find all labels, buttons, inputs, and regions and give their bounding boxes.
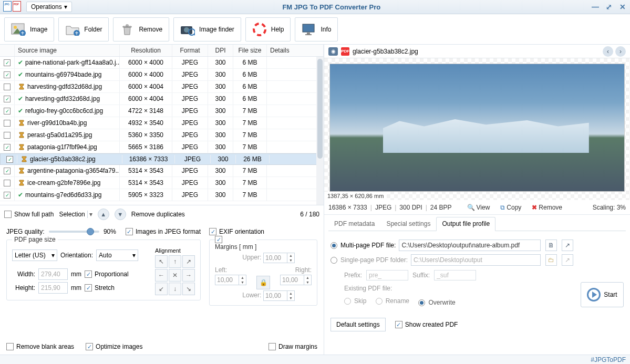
remove-button[interactable]: Remove (113, 17, 169, 41)
default-settings-button[interactable]: Default settings (331, 318, 386, 331)
images-jpeg-checkbox[interactable]: ✓Images in JPEG format (126, 228, 201, 235)
row-checkbox[interactable]: ✓ (4, 59, 11, 66)
align-tl[interactable]: ↖ (155, 255, 168, 268)
open-external-button[interactable]: ↗ (562, 240, 573, 251)
grid-scrollbar[interactable] (316, 57, 324, 205)
table-row[interactable]: river-g99d10ba4b.jpg4932 × 3540JPEG3007 … (0, 117, 324, 129)
minimize-button[interactable]: — (591, 3, 600, 11)
copy-button[interactable]: ⧉Copy (497, 202, 525, 213)
show-full-path-checkbox[interactable]: Show full path (4, 211, 54, 218)
info-button[interactable]: Info (295, 17, 338, 41)
table-row[interactable]: ✓✔paine-national-park-gff14aa8a0.j...600… (0, 57, 324, 69)
table-row[interactable]: ✓✔harvesting-gdfd32d68d.jpg6000 × 4004JP… (0, 93, 324, 105)
row-checkbox[interactable] (4, 132, 11, 139)
margin-upper-input[interactable]: ▲▼ (263, 253, 295, 263)
show-created-pdf-checkbox[interactable]: ✓Show created PDF (395, 321, 458, 328)
pdf-path-icon[interactable]: 🗎 (545, 240, 557, 251)
margin-lower-input[interactable]: ▲▼ (263, 290, 295, 301)
page-size-select[interactable]: Letter (US)▾ (12, 249, 57, 261)
table-row[interactable]: ✓✔mountains-g7ed6d6d33.jpg5905 × 3323JPE… (0, 189, 324, 201)
row-checkbox[interactable]: ✓ (4, 108, 11, 115)
jpeg-quality-slider[interactable] (49, 231, 99, 233)
proportional-checkbox[interactable]: ✓Proportional (85, 271, 129, 278)
help-button[interactable]: Help (245, 17, 291, 41)
filename: ice-cream-g2bfe7896e.jpg (27, 179, 100, 186)
align-t[interactable]: ↑ (169, 255, 181, 268)
tab-pdf-metadata[interactable]: PDF metadata (328, 217, 380, 231)
remove-blank-checkbox[interactable]: Remove blank areas (6, 343, 74, 350)
multi-page-path-input[interactable] (399, 240, 541, 251)
remove-duplicates-button[interactable]: Remove duplicates (131, 211, 185, 218)
margin-left-input[interactable]: ▲▼ (215, 275, 246, 285)
check-icon: ✔ (18, 95, 23, 102)
start-button[interactable]: Start (581, 282, 624, 307)
single-page-path-input[interactable] (411, 254, 541, 266)
rename-radio[interactable]: Rename (376, 297, 409, 305)
table-row[interactable]: harvesting-gdfd32d68d.jpg6000 × 4004JPEG… (0, 81, 324, 93)
preview-remove-button[interactable]: ✖Remove (528, 202, 566, 213)
skip-radio[interactable]: Skip (344, 297, 366, 305)
align-tr[interactable]: ↗ (182, 255, 195, 268)
trash-icon (120, 22, 135, 37)
alignment-grid[interactable]: ↖↑↗ ←✕→ ↙↓↘ (155, 255, 195, 295)
row-checkbox[interactable]: ✓ (4, 144, 11, 151)
overwrite-radio[interactable]: Overwrite (418, 299, 455, 306)
row-checkbox[interactable]: ✓ (4, 192, 11, 199)
row-checkbox[interactable]: ✓ (6, 156, 13, 163)
hourglass-icon (18, 143, 25, 151)
selection-dropdown[interactable]: Selection▾ (59, 211, 92, 218)
next-image-button[interactable]: › (615, 46, 626, 57)
align-c[interactable]: ✕ (169, 269, 181, 282)
align-br[interactable]: ↘ (182, 283, 195, 295)
table-row[interactable]: ice-cream-g2bfe7896e.jpg5314 × 3543JPEG3… (0, 177, 324, 189)
exif-checkbox[interactable]: ✓EXIF orientation (209, 228, 317, 235)
table-row[interactable]: perast-g5a0d1a295.jpg5360 × 3350JPEG3007… (0, 129, 324, 141)
lock-margins-button[interactable]: 🔒 (256, 276, 270, 289)
align-r[interactable]: → (182, 269, 195, 282)
stretch-checkbox[interactable]: ✓Stretch (85, 284, 115, 292)
margin-right-input[interactable]: ▲▼ (280, 275, 312, 285)
add-folder-button[interactable]: +Folder (58, 17, 109, 41)
grid-header[interactable]: Source image Resolution Format DPI File … (0, 45, 324, 57)
height-input[interactable] (38, 282, 68, 294)
prefix-input[interactable] (366, 270, 408, 280)
maximize-button[interactable]: ⤢ (605, 3, 613, 11)
single-page-radio[interactable]: Single-page PDF folder: 🗀 ↗ (331, 254, 573, 266)
align-b[interactable]: ↓ (169, 283, 181, 295)
folder-browse-button[interactable]: 🗀 (545, 254, 557, 266)
image-preview: 1387,35 × 620,86 mm (324, 58, 630, 200)
row-checkbox[interactable] (4, 120, 11, 127)
hashtag-link[interactable]: #JPGToPDF (591, 356, 626, 363)
suffix-input[interactable] (434, 270, 476, 280)
move-down-button[interactable]: ▼ (115, 209, 126, 220)
table-row[interactable]: ✓glacier-g5b3ab38c2.jpg16386 × 7333JPEG3… (0, 153, 324, 165)
operations-menu[interactable]: Operations▾ (26, 2, 72, 12)
row-checkbox[interactable]: ✓ (4, 168, 11, 174)
margins-checkbox[interactable]: ✓Margins [ mm ] (215, 236, 256, 251)
tab-special-settings[interactable]: Special settings (380, 217, 436, 231)
move-up-button[interactable]: ▲ (98, 209, 109, 220)
image-finder-button[interactable]: Image finder (173, 17, 241, 41)
align-l[interactable]: ← (155, 269, 168, 282)
width-input[interactable] (38, 268, 68, 280)
prev-image-button[interactable]: ‹ (603, 46, 613, 57)
row-checkbox[interactable] (4, 180, 11, 186)
optimize-images-checkbox[interactable]: ✓Optimize images (86, 343, 142, 350)
add-image-button[interactable]: +Image (4, 17, 54, 41)
draw-margins-checkbox[interactable]: Draw margins (268, 343, 317, 350)
row-checkbox[interactable] (4, 84, 11, 90)
info-bpp: 24 BPP (430, 204, 452, 211)
row-checkbox[interactable]: ✓ (4, 71, 11, 78)
align-bl[interactable]: ↙ (155, 283, 168, 295)
table-row[interactable]: ✓argentine-patagonia-g3654fa79...5314 × … (0, 165, 324, 177)
table-row[interactable]: ✓✔refugio-frey-g0cc6bc6cd.jpg4722 × 3148… (0, 105, 324, 117)
table-row[interactable]: ✓patagonia-g1f7fbf9e4.jpg5665 × 3186JPEG… (0, 141, 324, 153)
multi-page-radio[interactable]: Multi-page PDF file: 🗎 ↗ (331, 240, 573, 251)
open-external-button-2[interactable]: ↗ (562, 254, 573, 266)
row-checkbox[interactable]: ✓ (4, 96, 11, 102)
tab-output-profile[interactable]: Output file profile (436, 217, 495, 231)
close-button[interactable]: ✕ (618, 3, 627, 11)
orientation-select[interactable]: Auto▾ (96, 249, 138, 261)
table-row[interactable]: ✓✔mountains-g69794bade.jpg6000 × 4000JPE… (0, 69, 324, 81)
view-button[interactable]: 🔍View (463, 202, 494, 213)
